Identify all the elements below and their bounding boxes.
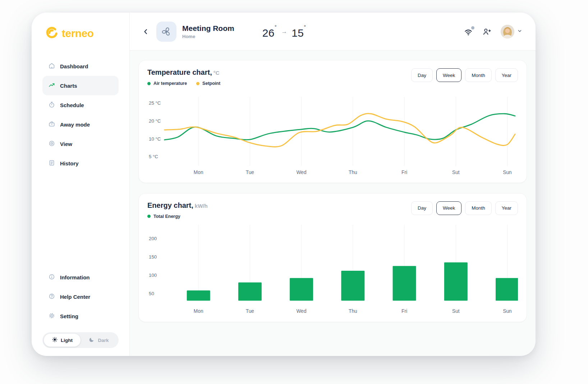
sun-icon	[52, 337, 58, 344]
wifi-status-badge	[471, 26, 474, 29]
terneo-swirl-icon	[45, 26, 58, 41]
main-area: Meeting Room Home 26° → 15°	[130, 13, 536, 356]
eye-icon	[48, 140, 55, 148]
sidebar-item-dashboard[interactable]: Dashboard	[42, 56, 119, 76]
temperature-chart-unit: °C	[213, 70, 220, 76]
energy-bar-chart: 20015010050MonTueWedThuFriSutSun	[147, 224, 518, 316]
info-icon	[48, 273, 55, 282]
temperature-chart-heading: Temperature chart,°C Air temperature Set…	[147, 68, 220, 86]
sidebar-item-away-mode[interactable]: Away mode	[42, 115, 119, 134]
sidebar-item-charts[interactable]: Charts	[42, 76, 119, 95]
temp-year-button[interactable]: Year	[495, 68, 518, 82]
temperature-chart-title: Temperature chart,	[147, 68, 212, 76]
sidebar-item-information[interactable]: Information	[42, 268, 119, 287]
svg-text:Fri: Fri	[401, 170, 407, 175]
fan-icon	[156, 22, 176, 42]
svg-text:Sun: Sun	[503, 170, 511, 175]
add-user-icon[interactable]	[482, 27, 491, 36]
svg-text:25 °C: 25 °C	[149, 100, 161, 106]
energy-chart-heading: Energy chart,kW/h Total Energy	[147, 201, 208, 219]
theme-light-option[interactable]: Light	[44, 334, 81, 347]
trend-up-icon	[48, 82, 55, 90]
energy-chart-title: Energy chart,	[147, 201, 193, 209]
room-info: Meeting Room Home	[182, 24, 234, 39]
arrow-right-icon: →	[281, 28, 287, 35]
sidebar-footer-nav: Information Help Center Setting	[42, 268, 119, 326]
sidebar-item-help-center[interactable]: Help Center	[42, 287, 119, 306]
gear-icon	[48, 312, 55, 320]
svg-text:Tue: Tue	[246, 308, 254, 314]
user-menu[interactable]	[501, 25, 523, 38]
energy-year-button[interactable]: Year	[495, 201, 518, 215]
temperature-legend: Air temperature Setpoint	[147, 81, 220, 86]
sidebar: terneo Dashboard Charts Schedule Away mo…	[32, 13, 130, 356]
header: Meeting Room Home 26° → 15°	[130, 13, 536, 51]
energy-week-button[interactable]: Week	[436, 201, 461, 215]
energy-day-button[interactable]: Day	[411, 201, 433, 215]
svg-text:Wed: Wed	[297, 308, 307, 314]
help-icon	[48, 293, 55, 301]
svg-text:100: 100	[149, 272, 157, 278]
document-icon	[48, 159, 55, 168]
legend-dot-yellow	[196, 82, 199, 85]
back-button[interactable]	[141, 26, 151, 37]
svg-text:Mon: Mon	[194, 170, 203, 175]
wifi-icon[interactable]	[464, 27, 473, 36]
sidebar-item-view[interactable]: View	[42, 134, 119, 154]
svg-text:50: 50	[149, 291, 154, 296]
sidebar-item-history[interactable]: History	[42, 154, 119, 173]
sidebar-item-setting[interactable]: Setting	[42, 306, 119, 326]
legend-dot-green	[147, 82, 151, 85]
moon-icon	[89, 337, 95, 344]
page-title: Meeting Room	[182, 24, 234, 33]
brand-logo: terneo	[42, 26, 119, 41]
energy-period-buttons: Day Week Month Year	[411, 201, 518, 215]
sidebar-spacer	[42, 173, 119, 268]
svg-text:Thu: Thu	[349, 308, 357, 314]
svg-text:200: 200	[149, 236, 157, 241]
brand-name: terneo	[62, 27, 94, 40]
svg-text:10 °C: 10 °C	[149, 136, 161, 142]
temp-week-button[interactable]: Week	[436, 68, 461, 82]
sidebar-item-schedule[interactable]: Schedule	[42, 95, 119, 115]
svg-text:Mon: Mon	[194, 308, 203, 314]
temperature-chart-card: Temperature chart,°C Air temperature Set…	[138, 60, 527, 183]
svg-text:Thu: Thu	[349, 170, 357, 175]
energy-chart-card: Energy chart,kW/h Total Energy Day Week …	[138, 193, 527, 322]
chevron-down-icon[interactable]	[517, 28, 523, 35]
temperature-display: 26° → 15°	[262, 24, 306, 39]
legend-air-temperature: Air temperature	[147, 81, 187, 86]
svg-text:Wed: Wed	[297, 170, 307, 175]
energy-month-button[interactable]: Month	[465, 201, 492, 215]
app-window: terneo Dashboard Charts Schedule Away mo…	[32, 13, 536, 356]
temp-day-button[interactable]: Day	[411, 68, 433, 82]
energy-chart-unit: kW/h	[195, 203, 208, 209]
avatar[interactable]	[501, 25, 514, 38]
theme-toggle: Light Dark	[42, 332, 119, 348]
legend-dot-energy	[147, 215, 151, 218]
home-icon	[48, 62, 55, 70]
stopwatch-icon	[48, 101, 55, 109]
legend-setpoint: Setpoint	[196, 81, 220, 86]
temp-month-button[interactable]: Month	[465, 68, 492, 82]
current-temperature: 26°	[262, 24, 277, 39]
svg-text:Sut: Sut	[452, 170, 460, 175]
theme-dark-option[interactable]: Dark	[81, 334, 117, 347]
svg-text:Fri: Fri	[401, 308, 407, 314]
svg-text:Sut: Sut	[452, 308, 460, 314]
header-actions	[464, 25, 523, 38]
energy-legend: Total Energy	[147, 214, 208, 219]
legend-total-energy: Total Energy	[147, 214, 180, 219]
svg-text:20 °C: 20 °C	[149, 118, 161, 124]
svg-text:150: 150	[149, 254, 157, 260]
breadcrumb: Home	[182, 34, 234, 39]
content: Temperature chart,°C Air temperature Set…	[130, 51, 536, 332]
svg-text:Sun: Sun	[503, 308, 511, 314]
temperature-line-chart: 25 °C20 °C10 °C5 °CMonTueWedThuFriSutSun	[147, 91, 518, 177]
briefcase-icon	[48, 120, 55, 129]
target-temperature: 15°	[291, 24, 306, 39]
svg-text:Tue: Tue	[246, 170, 254, 175]
svg-text:5 °C: 5 °C	[149, 154, 158, 159]
temperature-period-buttons: Day Week Month Year	[411, 68, 518, 82]
sidebar-nav: Dashboard Charts Schedule Away mode View…	[42, 56, 119, 173]
